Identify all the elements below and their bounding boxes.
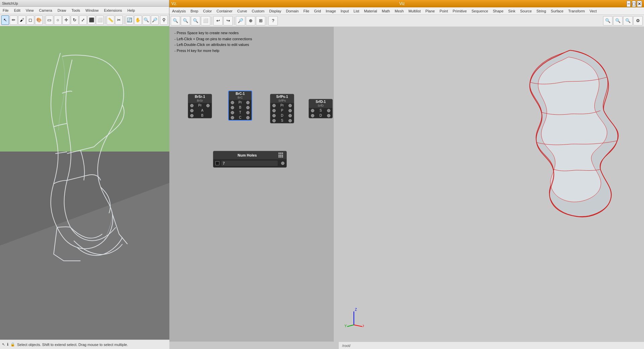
menu-file-viz[interactable]: File [302, 8, 311, 14]
menu-transform[interactable]: Transform [567, 8, 586, 14]
num-holes-value[interactable]: 7 [221, 161, 278, 166]
menu-camera[interactable]: Camera [38, 8, 53, 13]
viz-tool-search2[interactable]: 🔍 [181, 16, 190, 25]
tool-tape[interactable]: 📏 [107, 15, 114, 25]
viz-tool-search3[interactable]: 🔍 [191, 16, 200, 25]
menu-source[interactable]: Source [519, 8, 533, 14]
menu-input[interactable]: Input [339, 8, 350, 14]
menu-draw[interactable]: Draw [56, 8, 67, 13]
brc-node[interactable]: BrC-1BrC Pr B T [228, 91, 252, 121]
srfps-port-out-d[interactable] [288, 114, 292, 117]
srfps-port-dot-s[interactable] [272, 119, 276, 122]
menu-point[interactable]: Point [438, 8, 449, 14]
menu-string[interactable]: String [535, 8, 547, 14]
viz-tool-view-search2[interactable]: 🔍 [613, 16, 623, 25]
brc-port-dot-pr[interactable] [231, 101, 234, 104]
menu-container[interactable]: Container [215, 8, 234, 14]
tool-rotate[interactable]: ↻ [71, 15, 78, 25]
menu-file[interactable]: File [1, 8, 10, 13]
menu-sequence[interactable]: Sequence [470, 8, 490, 14]
viz-tool-view-settings[interactable]: ⚙ [633, 16, 643, 25]
srfps-port-dot-d[interactable] [272, 114, 276, 117]
menu-grid[interactable]: Grid [313, 8, 322, 14]
menu-extensions[interactable]: Extensions [103, 8, 123, 13]
menu-analysis[interactable]: Analysis [171, 8, 187, 14]
menu-vect[interactable]: Vect [588, 8, 598, 14]
num-holes-node[interactable]: Num Holes 7 [213, 151, 287, 168]
menu-view[interactable]: View [24, 8, 35, 13]
tool-offset[interactable]: ⬜ [96, 15, 104, 25]
menu-list[interactable]: List [352, 8, 361, 14]
tool-push[interactable]: ⬛ [88, 15, 95, 25]
node-editor-canvas[interactable]: - Press Space key to create new nodes - … [169, 27, 334, 342]
tool-orbit[interactable]: 🔄 [126, 15, 133, 25]
srfps-port-out-p[interactable] [288, 109, 292, 112]
menu-display[interactable]: Display [268, 8, 282, 14]
brc-port-dot-b[interactable] [231, 106, 234, 109]
tool-eraser[interactable]: ◻ [26, 15, 34, 25]
srfd-node[interactable]: SrfD-1SrfD S D [309, 99, 333, 118]
left-3d-viewport[interactable] [0, 26, 169, 340]
menu-curve[interactable]: Curve [236, 8, 248, 14]
minimize-button[interactable]: − [627, 1, 631, 7]
menu-edit[interactable]: Edit [13, 8, 22, 13]
menu-multilist[interactable]: Multilist [407, 8, 422, 14]
menu-sink[interactable]: Sink [507, 8, 517, 14]
num-holes-checkbox[interactable] [215, 161, 219, 165]
num-holes-grid-icon[interactable] [278, 153, 284, 158]
tool-scale[interactable]: ⤢ [79, 15, 87, 25]
menu-surface[interactable]: Surface [549, 8, 565, 14]
viz-menubar[interactable]: Analysis Brep Color Container Curve Cust… [169, 7, 644, 15]
menu-material[interactable]: Material [363, 8, 378, 14]
brsr-node[interactable]: BrSr-1BrSr Pr A B [188, 94, 212, 118]
tool-pan[interactable]: ✋ [134, 15, 142, 25]
num-holes-out-port[interactable] [281, 162, 284, 165]
tool-zoomext[interactable]: 🔎 [151, 15, 159, 25]
menu-math[interactable]: Math [380, 8, 391, 14]
menu-image[interactable]: Image [324, 8, 337, 14]
tool-select[interactable]: ↖ [1, 15, 9, 25]
menu-domain[interactable]: Domain [285, 8, 300, 14]
srfps-node[interactable]: SrfPs-1SrfPs Pr P D [270, 94, 294, 123]
menu-brep[interactable]: Brep [189, 8, 200, 14]
maximize-button[interactable]: □ [632, 1, 636, 7]
viz-tool-undo[interactable]: ↩ [213, 16, 223, 25]
menu-tools[interactable]: Tools [70, 8, 82, 13]
srfd-port-dot-d[interactable] [311, 114, 314, 117]
tool-zoom[interactable]: 🔍 [143, 15, 150, 25]
viz-tool-connect[interactable]: ⊕ [246, 16, 255, 25]
viz-tool-search1[interactable]: 🔍 [171, 16, 180, 25]
menu-window[interactable]: Window [84, 8, 100, 13]
viz-tool-frame[interactable]: ⬜ [201, 16, 210, 25]
menu-shape[interactable]: Shape [491, 8, 505, 14]
srfps-port-dot-pr[interactable] [272, 104, 276, 107]
srfd-port-out-s[interactable] [327, 109, 330, 112]
brc-port-dot-c[interactable] [231, 116, 234, 119]
menu-color[interactable]: Color [202, 8, 213, 14]
viz-tool-view-search1[interactable]: 🔍 [603, 16, 612, 25]
viz-tool-help[interactable]: ? [268, 16, 278, 25]
tool-section[interactable]: ✂ [115, 15, 123, 25]
tool-paint[interactable]: 🎨 [35, 15, 43, 25]
tool-move[interactable]: ✛ [62, 15, 70, 25]
srfd-port-dot-s[interactable] [311, 109, 314, 112]
menu-primitive[interactable]: Primitive [451, 8, 468, 14]
srfps-port-dot-p[interactable] [272, 109, 276, 112]
srfps-port-out-s[interactable] [288, 119, 292, 122]
brc-port-out-t[interactable] [246, 111, 250, 114]
brc-port-out-c[interactable] [246, 116, 250, 119]
brsr-port-dot-a[interactable] [190, 109, 194, 112]
menu-mesh[interactable]: Mesh [393, 8, 405, 14]
brsr-port-dot-b[interactable] [190, 114, 194, 117]
tool-brush[interactable]: 🖌 [18, 15, 26, 25]
tool-circle[interactable]: ○ [54, 15, 62, 25]
srfps-port-out-pr[interactable] [288, 104, 292, 107]
viz-tool-zoom[interactable]: 🔎 [236, 16, 245, 25]
tool-rect[interactable]: ▭ [46, 15, 53, 25]
tool-pencil[interactable]: ✏ [10, 15, 17, 25]
node-editor-panel[interactable]: - Press Space key to create new nodes - … [169, 27, 334, 342]
brc-port-out-pr[interactable] [246, 101, 250, 104]
brsr-port-dot-pr[interactable] [190, 104, 194, 107]
viz-tool-view-search3[interactable]: 🔍 [623, 16, 633, 25]
brsr-port-out-pr[interactable] [206, 104, 210, 107]
